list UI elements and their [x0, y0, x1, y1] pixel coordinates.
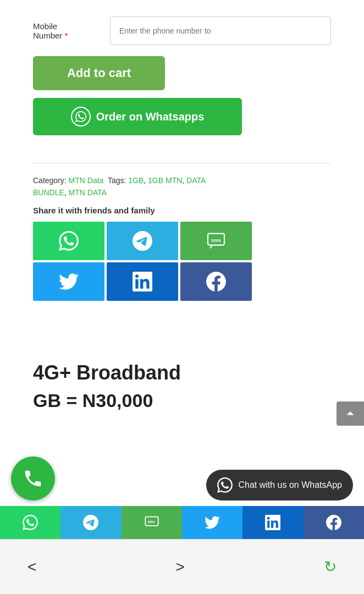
order-whatsapp-label: Order on Whatsapps [96, 111, 205, 123]
tag-mtn-data[interactable]: MTN DATA [69, 188, 107, 197]
whatsapp-icon [23, 515, 38, 530]
share-telegram-button[interactable] [107, 222, 178, 260]
facebook-icon [326, 515, 341, 530]
section-divider [33, 163, 331, 163]
mobile-label: Mobile [33, 21, 99, 31]
tag-1gb-mtn[interactable]: 1GB MTN [148, 176, 182, 185]
floating-call-button[interactable] [11, 457, 55, 501]
category-line: Category: MTN Data Tags: 1GB, 1GB MTN, D… [33, 174, 331, 199]
number-label: Number * [33, 31, 99, 40]
share-whatsapp-button[interactable] [33, 222, 104, 260]
meta-section: Category: MTN Data Tags: 1GB, 1GB MTN, D… [0, 174, 364, 323]
phone-icon [23, 468, 43, 489]
phone-form-row: Mobile Number * [33, 16, 331, 45]
forward-button[interactable]: > [170, 553, 190, 581]
label-group: Mobile Number * [33, 21, 99, 40]
back-button[interactable]: < [22, 553, 42, 581]
chat-bubble-text: Chat with us on WhatsApp [238, 480, 342, 490]
tags-label: Tags: [108, 176, 126, 185]
linkedin-icon [265, 515, 280, 530]
browser-nav: < > ↻ [0, 539, 364, 594]
bottom-social-bar: sms [0, 506, 364, 539]
social-share-grid: sms [33, 222, 331, 301]
twitter-icon [205, 515, 220, 530]
bottom-whatsapp-button[interactable] [0, 506, 60, 539]
tag-1gb[interactable]: 1GB [128, 176, 144, 185]
product-title: 4G+ Broadband [33, 361, 331, 384]
svg-text:sms: sms [147, 520, 155, 524]
share-facebook-button[interactable] [180, 262, 252, 301]
share-sms-button[interactable]: sms [180, 222, 252, 260]
form-section: Mobile Number * Add to cart Order on Wha… [0, 0, 364, 163]
product-price: GB = N30,000 [33, 390, 331, 411]
product-preview: 4G+ Broadband GB = N30,000 [0, 328, 364, 422]
bottom-twitter-button[interactable] [182, 506, 242, 539]
chat-bubble[interactable]: Chat with us on WhatsApp [206, 470, 353, 501]
telegram-icon [83, 515, 98, 530]
phone-input[interactable] [110, 16, 331, 45]
required-star: * [65, 31, 68, 40]
chevron-up-icon [345, 408, 356, 419]
share-twitter-button[interactable] [33, 262, 104, 301]
svg-text:sms: sms [211, 237, 221, 243]
bottom-telegram-button[interactable] [60, 506, 121, 539]
category-link[interactable]: MTN Data [69, 176, 104, 185]
share-linkedin-button[interactable] [107, 262, 178, 301]
add-to-cart-button[interactable]: Add to cart [33, 56, 165, 90]
bottom-linkedin-button[interactable] [242, 506, 303, 539]
sms-icon: sms [144, 515, 159, 530]
category-label: Category: [33, 176, 67, 185]
bottom-facebook-button[interactable] [304, 506, 364, 539]
scroll-top-button[interactable] [337, 402, 364, 426]
whatsapp-icon [71, 107, 91, 127]
share-title: Share it with friends and family [33, 206, 331, 215]
order-whatsapp-button[interactable]: Order on Whatsapps [33, 98, 242, 135]
bottom-sms-button[interactable]: sms [122, 506, 182, 539]
whatsapp-chat-icon [217, 477, 233, 493]
refresh-button[interactable]: ↻ [318, 552, 342, 581]
